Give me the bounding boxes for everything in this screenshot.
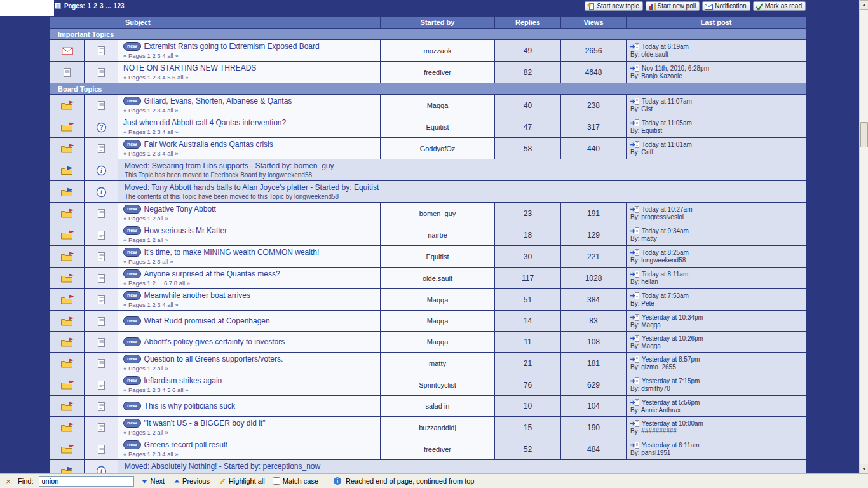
topic-pages-links[interactable]: « Pages 1 2 3 4 all » — [123, 128, 376, 135]
lastpost-icon[interactable] — [630, 43, 639, 50]
lastpost-icon[interactable] — [630, 420, 639, 427]
lastpost-line: Today at 6:19am — [630, 43, 803, 50]
paper-icon — [97, 67, 105, 78]
topbar: Pages: 123...123 Start new topicStart ne… — [50, 0, 806, 16]
folder-icon — [60, 316, 74, 327]
topic-pages-links[interactable]: « Pages 1 2 3 4 all » — [123, 107, 376, 114]
topic-title[interactable]: How serious is Mr Katter — [144, 226, 227, 235]
topic-title[interactable]: Meanwhile another boat arrives — [144, 291, 250, 300]
lastpost-icon[interactable] — [630, 335, 639, 342]
page-link[interactable]: 123 — [114, 3, 125, 10]
topic-title[interactable]: "It wasn't US - a BIGGER boy did it" — [144, 419, 266, 428]
notification-button[interactable]: Notification — [702, 1, 750, 11]
moved-topic-title[interactable]: Moved: Tony Abbott hands balls to Alan J… — [125, 183, 802, 192]
pages-ellipsis: ... — [105, 3, 111, 10]
replies-count: 117 — [495, 268, 561, 289]
svg-text:i: i — [100, 189, 102, 196]
topic-pages-links[interactable]: « Pages 1 2 3 all » — [123, 258, 376, 265]
views-count: 440 — [561, 138, 627, 159]
lastpost-line: Today at 10:27am — [630, 206, 803, 213]
lastpost-icon[interactable] — [630, 206, 639, 213]
topic-title[interactable]: leftardism strikes again — [144, 376, 222, 385]
topic-pages-links[interactable]: « Pages 1 2 3 4 5 6 all » — [123, 74, 376, 81]
lastpost-icon[interactable] — [630, 292, 639, 299]
highlight-all-button[interactable]: Highlight all — [217, 477, 267, 485]
lastpost-icon[interactable] — [630, 227, 639, 234]
findbar-close-button[interactable]: × — [4, 477, 12, 486]
topic-status-cell — [50, 289, 85, 311]
find-previous-button[interactable]: Previous — [172, 477, 212, 485]
lastpost-by: By: gizmo_2655 — [630, 363, 803, 370]
lastpost-time: Yesterday at 8:57pm — [642, 356, 700, 363]
scroll-up-button[interactable] — [860, 0, 868, 10]
topic-title[interactable]: Abbott's policy gives certainty to inves… — [144, 337, 285, 346]
topic-starter: Maqqa — [381, 95, 495, 116]
topic-pages-links[interactable]: « Pages 1 2 all » — [123, 429, 376, 436]
lastpost-icon[interactable] — [630, 442, 639, 449]
topic-pages-links[interactable]: « Pages 1 2 3 4 all » — [123, 451, 376, 458]
page-link[interactable]: 2 — [93, 3, 97, 10]
lastpost-icon[interactable] — [630, 119, 639, 126]
topic-pages-links[interactable]: « Pages 1 2 3 4 all » — [123, 301, 376, 308]
lastpost-icon[interactable] — [630, 377, 639, 384]
moved-topic-title[interactable]: Moved: Swearing from Libs supports - Sta… — [125, 161, 802, 170]
moved-note: The contents of this Topic have been mov… — [125, 193, 802, 200]
topic-title[interactable]: What Rudd promised at Copenhagen — [144, 316, 270, 325]
topic-title[interactable]: Fair Work Australia ends Qantas crisis — [144, 140, 273, 149]
paper-icon — [97, 273, 105, 283]
topic-title[interactable]: This is why politicians suck — [144, 402, 235, 410]
start-new-topic-button[interactable]: Start new topic — [585, 1, 642, 11]
views-count: 384 — [561, 289, 627, 311]
lastpost-icon[interactable] — [630, 65, 639, 72]
topic-pages-links[interactable]: « Pages 1 2 ... 6 7 8 all » — [123, 280, 376, 287]
topic-pages-links[interactable]: « Pages 1 2 all » — [123, 215, 376, 222]
topic-title[interactable]: Extremist Rants going to Extremism Expos… — [144, 42, 320, 51]
topic-type-cell — [85, 289, 118, 311]
paper-icon — [97, 380, 105, 390]
find-input[interactable] — [39, 476, 134, 487]
topic-title[interactable]: Question to all Greens supporters/voters… — [144, 355, 283, 363]
topic-pages-links[interactable]: « Pages 1 2 all » — [123, 236, 376, 243]
replies-count: 18 — [495, 224, 561, 246]
scrollbar-thumb[interactable] — [860, 122, 868, 147]
lastpost-icon[interactable] — [630, 249, 639, 256]
topic-title[interactable]: NOTE ON STARTING NEW THREADS — [123, 64, 256, 72]
page-link[interactable]: 3 — [100, 3, 104, 10]
lastpost-time: Today at 6:19am — [642, 43, 689, 50]
scroll-down-button[interactable] — [860, 464, 868, 473]
lastpost-icon[interactable] — [630, 399, 639, 406]
lastpost-line: Yesterday at 10:00am — [630, 420, 803, 427]
topic-title[interactable]: Greens record poll result — [144, 440, 227, 449]
lastpost-icon[interactable] — [630, 141, 639, 148]
lastpost-icon[interactable] — [630, 98, 639, 105]
topic-title[interactable]: Negative Tony Abbott — [144, 205, 216, 214]
paper-icon — [97, 230, 105, 240]
subject-cell: newWhat Rudd promised at Copenhagen — [118, 311, 381, 332]
page-link[interactable]: 1 — [88, 3, 92, 10]
lastpost-icon[interactable] — [630, 271, 639, 278]
wrapped-info-icon: i — [333, 477, 342, 485]
topic-title[interactable]: Just when did Abbott call 4 Qantas inter… — [123, 118, 286, 127]
start-new-poll-button[interactable]: Start new poll — [646, 1, 700, 11]
topic-pages-links[interactable]: « Pages 1 2 all » — [123, 365, 376, 372]
topic-title[interactable]: It's time, to make MINING wealth COMMON … — [144, 248, 320, 257]
subject-line: new"It wasn't US - a BIGGER boy did it" — [123, 419, 376, 428]
scrollbar[interactable] — [859, 0, 868, 473]
topic-pages-links[interactable]: « Pages 1 2 3 4 5 6 all » — [123, 386, 376, 393]
subject-cell: newIt's time, to make MINING wealth COMM… — [118, 246, 381, 268]
topic-pages-links[interactable]: « Pages 1 2 3 4 all » — [123, 52, 376, 59]
lastpost-icon[interactable] — [630, 356, 639, 363]
match-case-checkbox[interactable] — [273, 477, 280, 485]
topic-pages-links[interactable]: « Pages 1 2 3 4 all » — [123, 150, 376, 157]
find-next-button[interactable]: Next — [140, 477, 166, 485]
pages-label: Pages: — [64, 3, 85, 10]
subject-cell: Just when did Abbott call 4 Qantas inter… — [118, 116, 381, 138]
lastpost-cell: Yesterday at 6:11amBy: pansi1951 — [627, 438, 806, 460]
paper-icon — [97, 444, 105, 454]
lastpost-icon[interactable] — [630, 314, 639, 321]
topic-title[interactable]: Anyone surprised at the Quantas mess? — [144, 269, 280, 278]
moved-topic-title[interactable]: Moved: Absolutely Nothing! - Started by:… — [125, 462, 802, 471]
topic-title[interactable]: Gillard, Evans, Shorten, Albanese & Qant… — [144, 97, 292, 105]
mark-as-read-button[interactable]: Mark as read — [753, 1, 806, 11]
subject-line: newIt's time, to make MINING wealth COMM… — [123, 248, 376, 257]
